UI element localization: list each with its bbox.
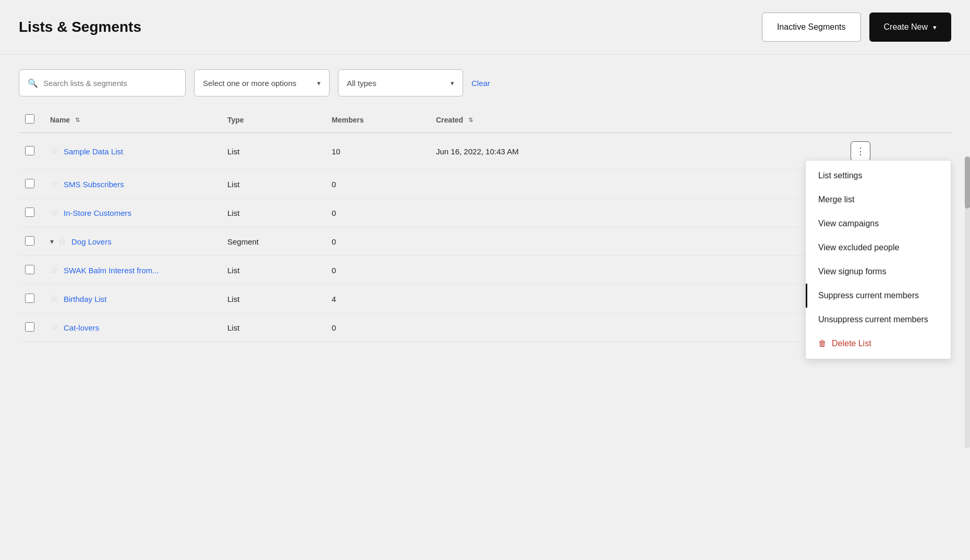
context-menu-item-delete-list[interactable]: 🗑 Delete List [806, 332, 951, 356]
row-select-checkbox[interactable] [25, 294, 34, 303]
row-name-link[interactable]: Sample Data List [64, 147, 123, 156]
context-menu-item-unsuppress-current[interactable]: Unsuppress current members [806, 308, 951, 332]
table-row: ☆Sample Data ListList10Jun 16, 2022, 10:… [19, 133, 951, 170]
row-select-checkbox[interactable] [25, 208, 34, 217]
row-name-cell: ☆Birthday List [44, 285, 221, 313]
row-checkbox-cell [19, 285, 44, 313]
row-members-cell: 0 [325, 227, 430, 256]
row-type-cell: Segment [221, 227, 325, 256]
created-column-header: Created ⇅ [430, 107, 844, 133]
context-menu-item-view-signup[interactable]: View signup forms [806, 260, 951, 284]
row-name-link[interactable]: Dog Lovers [71, 237, 112, 246]
context-menu-item-suppress-current[interactable]: Suppress current members [806, 284, 951, 308]
row-name-cell: ▾☆Dog Lovers [44, 227, 221, 256]
row-name-cell: ☆Cat-lovers [44, 313, 221, 342]
row-name-link[interactable]: SWAK Balm Interest from... [64, 266, 159, 275]
context-menu-item-merge-list[interactable]: Merge list [806, 188, 951, 212]
row-type-cell: List [221, 256, 325, 285]
row-name-cell: ☆In-Store Customers [44, 199, 221, 227]
row-created-cell [430, 313, 844, 342]
star-icon[interactable]: ☆ [50, 264, 58, 276]
context-menu-item-view-campaigns[interactable]: View campaigns [806, 212, 951, 236]
header-actions: Inactive Segments Create New ▾ [762, 13, 951, 42]
row-name-link[interactable]: In-Store Customers [64, 209, 131, 217]
star-icon[interactable]: ☆ [50, 322, 58, 333]
row-created-cell [430, 170, 844, 199]
star-icon[interactable]: ☆ [50, 207, 58, 218]
row-created-cell [430, 256, 844, 285]
trash-icon: 🗑 [818, 339, 827, 348]
multiselect-label: Select one or more options [203, 79, 296, 88]
page-title: Lists & Segments [19, 19, 141, 35]
row-checkbox-cell [19, 227, 44, 256]
clear-button[interactable]: Clear [471, 79, 490, 88]
type-label: All types [347, 79, 377, 88]
row-created-cell [430, 285, 844, 313]
row-type-cell: List [221, 199, 325, 227]
star-icon[interactable]: ☆ [50, 178, 58, 190]
row-name-link[interactable]: SMS Subscribers [64, 180, 124, 189]
search-icon: 🔍 [28, 78, 38, 88]
star-icon[interactable]: ☆ [50, 145, 58, 157]
row-name-cell: ☆Sample Data List [44, 133, 221, 170]
row-members-cell: 0 [325, 256, 430, 285]
search-wrapper: 🔍 [19, 69, 186, 96]
row-type-cell: List [221, 285, 325, 313]
scrollbar-track[interactable] [965, 156, 970, 448]
context-menu: List settingsMerge listView campaignsVie… [805, 160, 951, 359]
star-icon[interactable]: ☆ [58, 236, 66, 247]
create-new-button[interactable]: Create New ▾ [869, 13, 951, 42]
context-menu-item-list-settings[interactable]: List settings [806, 164, 951, 188]
table-container: Name ⇅ Type Members Created ⇅ ☆Sample Da… [0, 107, 970, 342]
row-checkbox-cell [19, 170, 44, 199]
chevron-down-icon: ▾ [933, 23, 937, 31]
lists-table: Name ⇅ Type Members Created ⇅ ☆Sample Da… [19, 107, 951, 342]
inactive-segments-button[interactable]: Inactive Segments [762, 13, 861, 42]
row-select-checkbox[interactable] [25, 179, 34, 188]
table-body: ☆Sample Data ListList10Jun 16, 2022, 10:… [19, 133, 951, 342]
actions-column-header [844, 107, 951, 133]
members-column-header: Members [325, 107, 430, 133]
row-name-link[interactable]: Birthday List [64, 295, 107, 303]
type-column-header: Type [221, 107, 325, 133]
row-members-cell: 4 [325, 285, 430, 313]
row-select-checkbox[interactable] [25, 236, 34, 246]
star-icon[interactable]: ☆ [50, 293, 58, 305]
row-checkbox-cell [19, 313, 44, 342]
row-members-cell: 0 [325, 170, 430, 199]
row-checkbox-cell [19, 256, 44, 285]
scrollbar-thumb[interactable] [965, 156, 970, 209]
row-more-button[interactable]: ⋮ [851, 141, 870, 161]
row-checkbox-cell [19, 199, 44, 227]
page-header: Lists & Segments Inactive Segments Creat… [0, 0, 970, 55]
row-select-checkbox[interactable] [25, 146, 34, 155]
select-all-header [19, 107, 44, 133]
row-created-cell [430, 199, 844, 227]
table-head: Name ⇅ Type Members Created ⇅ [19, 107, 951, 133]
row-name-cell: ☆SMS Subscribers [44, 170, 221, 199]
row-created-cell [430, 227, 844, 256]
row-checkbox-cell [19, 133, 44, 170]
row-members-cell: 10 [325, 133, 430, 170]
row-members-cell: 0 [325, 313, 430, 342]
chevron-down-icon: ▾ [451, 79, 454, 87]
row-select-checkbox[interactable] [25, 322, 34, 332]
sort-name-icon[interactable]: ⇅ [75, 117, 80, 123]
row-type-cell: List [221, 133, 325, 170]
row-select-checkbox[interactable] [25, 265, 34, 274]
type-dropdown[interactable]: All types ▾ [338, 69, 463, 96]
name-column-header: Name ⇅ [44, 107, 221, 133]
row-name-link[interactable]: Cat-lovers [64, 323, 99, 332]
multiselect-dropdown[interactable]: Select one or more options ▾ [194, 69, 330, 96]
select-all-checkbox[interactable] [25, 114, 34, 124]
row-type-cell: List [221, 170, 325, 199]
row-name-cell: ☆SWAK Balm Interest from... [44, 256, 221, 285]
chevron-down-icon: ▾ [317, 79, 321, 87]
sort-created-icon[interactable]: ⇅ [468, 117, 473, 123]
context-menu-item-view-excluded[interactable]: View excluded people [806, 236, 951, 260]
row-created-cell: Jun 16, 2022, 10:43 AM [430, 133, 844, 170]
row-members-cell: 0 [325, 199, 430, 227]
search-input[interactable] [43, 79, 177, 88]
expand-row-icon[interactable]: ▾ [50, 237, 54, 246]
row-actions-cell: ⋮List settingsMerge listView campaignsVi… [844, 133, 951, 170]
